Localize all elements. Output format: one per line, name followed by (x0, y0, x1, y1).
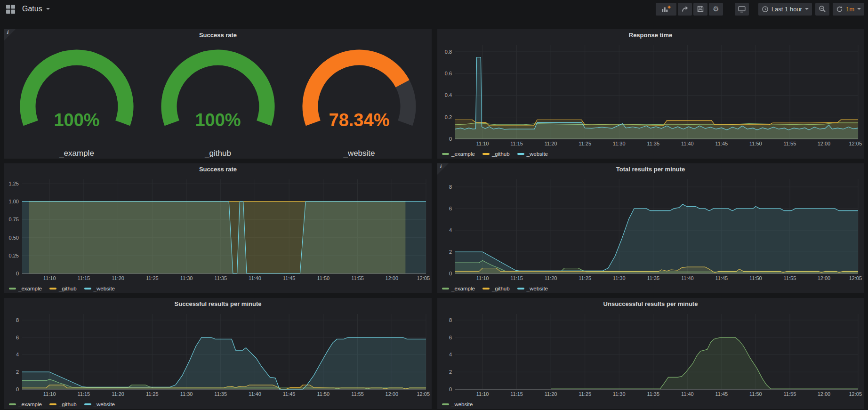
svg-text:0: 0 (449, 271, 452, 276)
svg-text:12:05: 12:05 (849, 391, 862, 397)
legend-series-dash (49, 403, 56, 405)
legend-series-label: _example (451, 286, 475, 291)
legend-item-_website[interactable]: _website (84, 402, 115, 407)
svg-text:11:50: 11:50 (317, 275, 330, 281)
gear-icon: ⚙ (713, 6, 719, 13)
svg-text:11:35: 11:35 (647, 141, 659, 146)
legend-item-_website[interactable]: _website (517, 286, 548, 291)
gauge-label: _github (147, 149, 289, 158)
svg-text:11:25: 11:25 (146, 275, 159, 281)
total-results-chart[interactable]: 11:1011:1511:2011:2511:3011:3511:4011:45… (438, 176, 863, 282)
gauge-value: 100% (195, 110, 241, 130)
svg-text:0: 0 (16, 386, 19, 392)
svg-text:4: 4 (16, 352, 19, 357)
legend-series-label: _website (527, 286, 548, 291)
svg-text:6: 6 (449, 335, 452, 340)
svg-text:11:15: 11:15 (78, 391, 90, 397)
zoom-out-time-button[interactable] (815, 3, 829, 16)
legend-series-dash (482, 153, 490, 155)
share-icon (681, 5, 689, 13)
svg-text:12:00: 12:00 (818, 275, 831, 281)
svg-text:11:50: 11:50 (749, 391, 762, 397)
refresh-icon (836, 6, 843, 13)
dashboard-title[interactable]: Gatus (22, 5, 42, 13)
legend-item-_website[interactable]: _website (84, 286, 115, 291)
dashboard-title-caret-icon[interactable] (46, 8, 50, 10)
svg-text:11:20: 11:20 (545, 391, 557, 397)
svg-text:0.25: 0.25 (9, 253, 19, 258)
svg-text:6: 6 (449, 206, 452, 211)
panel-title[interactable]: Response time (437, 29, 864, 41)
share-dashboard-button[interactable] (678, 3, 692, 16)
save-dashboard-button[interactable] (693, 3, 707, 16)
legend-item-_website[interactable]: _website (517, 151, 548, 157)
svg-text:8: 8 (449, 184, 452, 190)
svg-text:6: 6 (16, 335, 19, 340)
panel-success-rate-gauges: i Success rate 100%_example100%_github78… (4, 29, 432, 159)
legend-item-_website[interactable]: _website (442, 402, 473, 407)
legend-series-label: _github (492, 151, 510, 157)
chart-legend: _example_github_website (442, 286, 548, 291)
panel-successful-results: Successful results per minute 11:1011:15… (4, 298, 432, 409)
svg-text:0.6: 0.6 (445, 71, 452, 76)
svg-text:1.25: 1.25 (9, 181, 19, 186)
svg-text:0: 0 (449, 136, 452, 142)
add-panel-button[interactable] (656, 3, 676, 16)
legend-item-_github[interactable]: _github (49, 402, 77, 407)
top-nav: Gatus ⚙ (0, 0, 868, 18)
svg-text:11:45: 11:45 (283, 275, 296, 281)
legend-item-_github[interactable]: _github (482, 151, 510, 157)
svg-text:11:10: 11:10 (43, 391, 56, 397)
refresh-picker[interactable]: 1m (833, 3, 864, 16)
legend-series-dash (49, 288, 56, 289)
svg-text:11:25: 11:25 (579, 391, 591, 397)
svg-text:11:10: 11:10 (476, 391, 489, 397)
svg-text:11:10: 11:10 (476, 141, 489, 146)
legend-item-_example[interactable]: _example (442, 286, 475, 291)
chart-legend: _website (442, 402, 473, 407)
successful-results-chart[interactable]: 11:1011:1511:2011:2511:3011:3511:4011:45… (5, 310, 431, 398)
svg-text:11:45: 11:45 (715, 141, 728, 146)
svg-text:11:15: 11:15 (510, 391, 523, 397)
cycle-view-mode-button[interactable] (735, 3, 749, 16)
panel-title[interactable]: Success rate (4, 163, 432, 176)
svg-text:11:15: 11:15 (510, 141, 523, 146)
time-range-picker[interactable]: Last 1 hour (758, 3, 812, 16)
panel-title[interactable]: Total results per minute (437, 163, 864, 176)
svg-text:11:50: 11:50 (317, 391, 330, 397)
legend-series-label: _website (94, 286, 115, 291)
svg-text:11:50: 11:50 (749, 141, 762, 146)
svg-text:2: 2 (449, 369, 452, 375)
legend-item-_example[interactable]: _example (9, 286, 42, 291)
legend-item-_github[interactable]: _github (49, 286, 77, 291)
svg-text:11:50: 11:50 (749, 275, 762, 281)
dashboard-settings-button[interactable]: ⚙ (709, 3, 723, 16)
svg-text:11:55: 11:55 (351, 391, 364, 397)
success-rate-chart[interactable]: 11:1011:1511:2011:2511:3011:3511:4011:45… (5, 176, 431, 282)
svg-text:11:40: 11:40 (249, 391, 261, 397)
panel-title[interactable]: Success rate (4, 29, 432, 41)
legend-series-dash (442, 403, 449, 405)
panel-success-rate-graph: Success rate 11:1011:1511:2011:2511:3011… (4, 163, 432, 293)
dashboard-grid-icon[interactable] (6, 5, 15, 14)
legend-series-label: _example (18, 286, 42, 291)
svg-text:11:30: 11:30 (613, 141, 626, 146)
time-range-caret-icon (805, 8, 809, 10)
legend-item-_github[interactable]: _github (482, 286, 510, 291)
unsuccessful-results-chart[interactable]: 11:1011:1511:2011:2511:3011:3511:4011:45… (438, 310, 863, 398)
svg-text:11:40: 11:40 (249, 275, 261, 281)
svg-text:11:10: 11:10 (476, 275, 489, 281)
response-time-chart[interactable]: 11:1011:1511:2011:2511:3011:3511:4011:45… (438, 41, 863, 147)
panel-response-time: Response time 11:1011:1511:2011:2511:301… (437, 29, 864, 159)
svg-text:4: 4 (449, 352, 452, 357)
svg-text:11:35: 11:35 (647, 391, 659, 397)
gauge-label: _website (289, 149, 430, 158)
panel-title[interactable]: Successful results per minute (4, 298, 432, 310)
svg-text:11:15: 11:15 (510, 275, 523, 281)
legend-series-dash (442, 153, 449, 155)
legend-item-_example[interactable]: _example (9, 402, 42, 407)
legend-series-label: _github (59, 402, 77, 407)
chart-legend: _example_github_website (442, 151, 548, 157)
legend-item-_example[interactable]: _example (442, 151, 475, 157)
panel-title[interactable]: Unsuccessful results per minute (437, 298, 864, 310)
